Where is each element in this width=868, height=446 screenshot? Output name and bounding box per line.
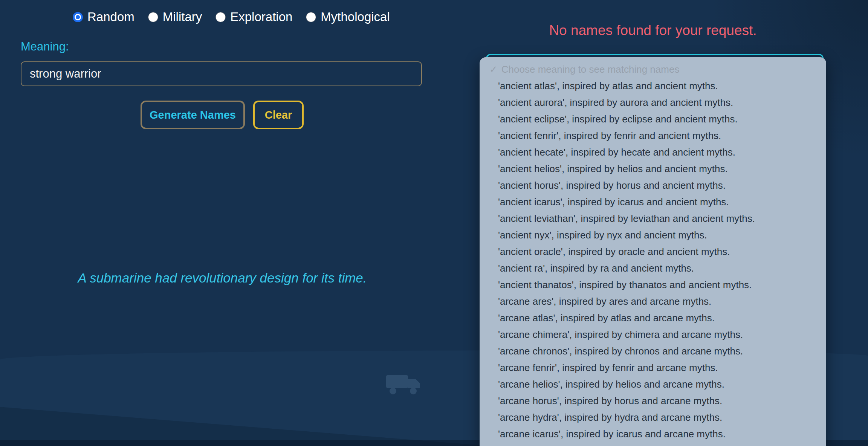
- dropdown-option[interactable]: 'ancient fenrir', inspired by fenrir and…: [480, 127, 826, 144]
- dropdown-option[interactable]: 'arcane fenrir', inspired by fenrir and …: [480, 359, 826, 376]
- error-message: No names found for your request.: [480, 23, 826, 38]
- dropdown-option[interactable]: 'arcane atlas', inspired by atlas and ar…: [480, 310, 826, 326]
- dropdown-option[interactable]: 'ancient icarus', inspired by icarus and…: [480, 194, 826, 210]
- placeholder-label: Choose meaning to see matching names: [501, 64, 680, 75]
- dropdown-option[interactable]: 'arcane chronos', inspired by chronos an…: [480, 343, 826, 359]
- radio-option-mythological[interactable]: Mythological: [306, 10, 390, 24]
- meaning-label: Meaning:: [21, 40, 69, 53]
- dropdown-option[interactable]: 'ancient thanatos', inspired by thanatos…: [480, 276, 826, 293]
- radio-label: Exploration: [230, 10, 292, 24]
- dropdown-option[interactable]: 'ancient aurora', inspired by aurora and…: [480, 94, 826, 111]
- meaning-input[interactable]: [21, 61, 422, 86]
- radio-option-military[interactable]: Military: [148, 10, 202, 24]
- radio-button-icon[interactable]: [215, 12, 226, 22]
- radio-button-icon[interactable]: [148, 12, 158, 22]
- dropdown-option[interactable]: 'ancient horus', inspired by horus and a…: [480, 177, 826, 194]
- dropdown-option-placeholder[interactable]: ✓Choose meaning to see matching names: [480, 61, 826, 78]
- dropdown-list: 'ancient atlas', inspired by atlas and a…: [480, 78, 826, 442]
- radio-label: Military: [163, 10, 202, 24]
- dropdown-option[interactable]: 'ancient hecate', inspired by hecate and…: [480, 144, 826, 160]
- radio-button-icon[interactable]: [306, 12, 316, 22]
- dropdown-option[interactable]: 'ancient atlas', inspired by atlas and a…: [480, 78, 826, 94]
- radio-button-icon[interactable]: [73, 12, 83, 22]
- dropdown-option[interactable]: 'ancient nyx', inspired by nyx and ancie…: [480, 227, 826, 243]
- generate-names-button[interactable]: Generate Names: [141, 101, 245, 129]
- dropdown-option[interactable]: 'ancient leviathan', inspired by leviath…: [480, 210, 826, 227]
- dropdown-option[interactable]: 'arcane hydra', inspired by hydra and ar…: [480, 409, 826, 426]
- checkmark-icon: ✓: [489, 64, 498, 75]
- radio-option-random[interactable]: Random: [73, 10, 134, 24]
- names-dropdown: ✓Choose meaning to see matching names 'a…: [480, 57, 826, 446]
- fact-text: A submarine had revolutionary design for…: [53, 270, 392, 286]
- category-radio-group: RandomMilitaryExplorationMythological: [73, 10, 390, 24]
- radio-option-exploration[interactable]: Exploration: [215, 10, 292, 24]
- dropdown-option[interactable]: 'arcane helios', inspired by helios and …: [480, 376, 826, 393]
- radio-label: Mythological: [321, 10, 390, 24]
- dropdown-option[interactable]: 'ancient ra', inspired by ra and ancient…: [480, 260, 826, 276]
- dropdown-option[interactable]: 'ancient eclipse', inspired by eclipse a…: [480, 111, 826, 127]
- dropdown-option[interactable]: 'arcane horus', inspired by horus and ar…: [480, 393, 826, 409]
- dropdown-option[interactable]: 'arcane ares', inspired by ares and arca…: [480, 293, 826, 310]
- dropdown-option[interactable]: 'arcane icarus', inspired by icarus and …: [480, 426, 826, 442]
- radio-label: Random: [87, 10, 134, 24]
- dropdown-option[interactable]: 'ancient oracle', inspired by oracle and…: [480, 243, 826, 260]
- clear-button[interactable]: Clear: [253, 101, 304, 129]
- dropdown-option[interactable]: 'ancient helios', inspired by helios and…: [480, 160, 826, 177]
- dropdown-option[interactable]: 'arcane chimera', inspired by chimera an…: [480, 326, 826, 343]
- truck-icon: [386, 372, 422, 399]
